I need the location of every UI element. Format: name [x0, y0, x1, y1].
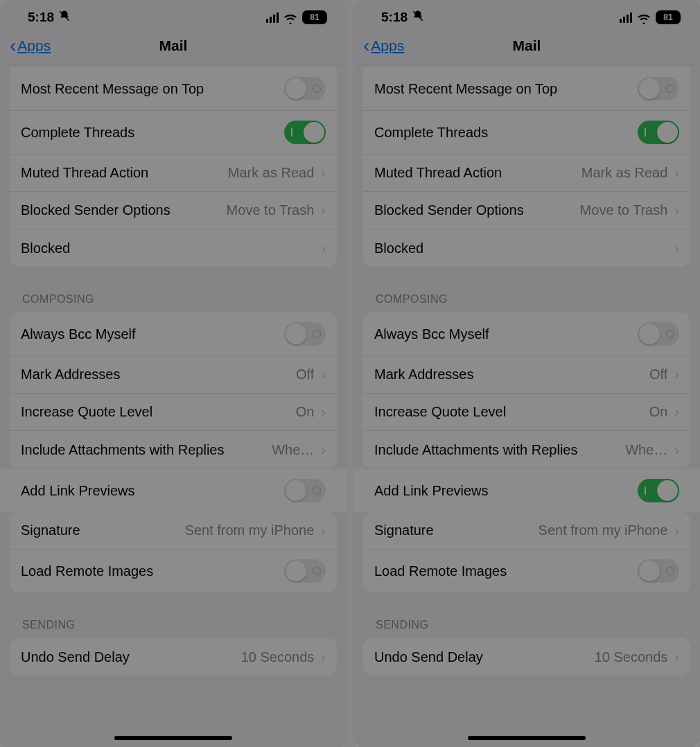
chevron-right-icon: ›: [321, 202, 326, 218]
chevron-right-icon: ›: [321, 522, 326, 538]
nav-bar: ‹ Apps Mail: [353, 32, 700, 64]
chevron-right-icon: ›: [674, 240, 679, 256]
row-always-bcc[interactable]: Always Bcc Myself: [10, 313, 337, 356]
row-add-link-previews[interactable]: Add Link Previews: [363, 468, 690, 512]
chevron-right-icon: ›: [674, 649, 679, 665]
row-signature[interactable]: Signature Sent from my iPhone ›: [10, 512, 337, 550]
chevron-right-icon: ›: [321, 367, 326, 383]
chevron-right-icon: ›: [674, 404, 679, 420]
threading-group: Most Recent Message on Top Complete Thre…: [10, 67, 337, 267]
cellular-icon: [620, 12, 632, 23]
toggle-always-bcc[interactable]: [638, 322, 679, 346]
composing-header: COMPOSING: [10, 267, 337, 313]
phone-right: 5:18 81 ‹ Apps Mail: [353, 0, 700, 747]
row-signature[interactable]: Signature Sent from my iPhone ›: [363, 512, 690, 550]
status-bar: 5:18 81: [353, 0, 700, 32]
row-undo-delay[interactable]: Undo Send Delay 10 Seconds ›: [10, 638, 337, 676]
threading-group: Most Recent Message on Top Complete Thre…: [363, 67, 690, 267]
row-most-recent[interactable]: Most Recent Message on Top: [363, 67, 690, 111]
row-blocked[interactable]: Blocked ›: [363, 229, 690, 267]
sending-group: Undo Send Delay 10 Seconds ›: [363, 638, 690, 676]
toggle-add-link-previews[interactable]: [638, 479, 679, 502]
toggle-always-bcc[interactable]: [284, 322, 326, 346]
silent-icon: [58, 10, 71, 25]
row-blocked[interactable]: Blocked ›: [10, 229, 337, 267]
status-time: 5:18: [28, 10, 54, 25]
chevron-right-icon: ›: [674, 522, 679, 538]
row-muted-action[interactable]: Muted Thread Action Mark as Read ›: [363, 155, 690, 192]
chevron-right-icon: ›: [674, 367, 679, 383]
page-title: Mail: [0, 37, 347, 54]
sending-group: Undo Send Delay 10 Seconds ›: [10, 638, 337, 676]
toggle-most-recent[interactable]: [284, 77, 326, 100]
back-label: Apps: [371, 37, 404, 54]
composing-group: Always Bcc Myself Mark Addresses Off › I…: [363, 313, 690, 468]
status-time: 5:18: [381, 10, 408, 25]
composing-header: COMPOSING: [363, 267, 690, 313]
phone-left: 5:18 81 ‹ Apps Mail: [0, 0, 347, 747]
row-blocked-sender[interactable]: Blocked Sender Options Move to Trash ›: [363, 192, 690, 229]
row-blocked-sender[interactable]: Blocked Sender Options Move to Trash ›: [10, 192, 337, 229]
toggle-add-link-previews[interactable]: [284, 479, 326, 502]
home-indicator: [114, 736, 232, 740]
row-mark-addresses[interactable]: Mark Addresses Off ›: [363, 356, 690, 394]
highlight-add-link-previews: Add Link Previews: [353, 468, 700, 512]
toggle-load-remote[interactable]: [638, 559, 679, 583]
composing-group: Always Bcc Myself Mark Addresses Off › I…: [10, 313, 337, 468]
toggle-complete-threads[interactable]: [638, 121, 679, 144]
chevron-right-icon: ›: [321, 240, 326, 256]
composing-group-2: Signature Sent from my iPhone › Load Rem…: [10, 512, 337, 592]
row-load-remote[interactable]: Load Remote Images: [363, 550, 690, 592]
sending-header: SENDING: [363, 592, 690, 638]
chevron-left-icon: ‹: [363, 36, 369, 55]
wifi-icon: [637, 12, 651, 23]
cellular-icon: [266, 12, 279, 23]
row-increase-quote[interactable]: Increase Quote Level On ›: [363, 394, 690, 431]
row-load-remote[interactable]: Load Remote Images: [10, 550, 337, 592]
battery-icon: 81: [656, 10, 681, 24]
silent-icon: [412, 10, 424, 25]
sending-header: SENDING: [10, 592, 337, 638]
row-add-link-previews[interactable]: Add Link Previews: [10, 468, 337, 512]
battery-icon: 81: [302, 10, 327, 24]
back-button[interactable]: ‹ Apps: [10, 36, 51, 55]
row-increase-quote[interactable]: Increase Quote Level On ›: [10, 394, 337, 431]
chevron-right-icon: ›: [674, 202, 679, 218]
chevron-right-icon: ›: [674, 165, 679, 181]
chevron-right-icon: ›: [321, 442, 326, 458]
highlight-add-link-previews: Add Link Previews: [0, 468, 347, 512]
row-complete-threads[interactable]: Complete Threads: [10, 111, 337, 155]
row-most-recent[interactable]: Most Recent Message on Top: [10, 67, 337, 111]
row-include-attachments[interactable]: Include Attachments with Replies Whe… ›: [10, 431, 337, 468]
nav-bar: ‹ Apps Mail: [0, 32, 347, 64]
toggle-most-recent[interactable]: [638, 77, 679, 100]
toggle-complete-threads[interactable]: [284, 121, 326, 144]
row-undo-delay[interactable]: Undo Send Delay 10 Seconds ›: [363, 638, 690, 676]
chevron-right-icon: ›: [674, 442, 679, 458]
chevron-left-icon: ‹: [10, 36, 16, 55]
status-bar: 5:18 81: [0, 0, 347, 32]
composing-group-2: Signature Sent from my iPhone › Load Rem…: [363, 512, 690, 592]
back-button[interactable]: ‹ Apps: [363, 36, 404, 55]
row-include-attachments[interactable]: Include Attachments with Replies Whe… ›: [363, 431, 690, 468]
back-label: Apps: [17, 37, 51, 54]
page-title: Mail: [353, 37, 700, 54]
chevron-right-icon: ›: [321, 404, 326, 420]
home-indicator: [468, 736, 586, 740]
toggle-load-remote[interactable]: [284, 559, 326, 583]
chevron-right-icon: ›: [321, 165, 326, 181]
row-mark-addresses[interactable]: Mark Addresses Off ›: [10, 356, 337, 394]
row-complete-threads[interactable]: Complete Threads: [363, 111, 690, 155]
row-always-bcc[interactable]: Always Bcc Myself: [363, 313, 690, 356]
chevron-right-icon: ›: [321, 649, 326, 665]
wifi-icon: [283, 12, 297, 23]
row-muted-action[interactable]: Muted Thread Action Mark as Read ›: [10, 155, 337, 192]
